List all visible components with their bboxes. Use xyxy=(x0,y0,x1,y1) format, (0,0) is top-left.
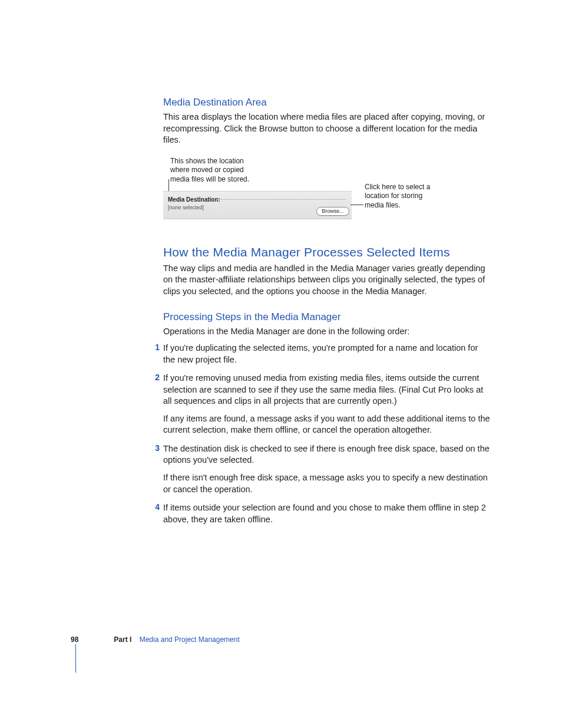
figure-media-destination: This shows the location where moved or c… xyxy=(163,157,491,222)
heading-media-destination-area: Media Destination Area xyxy=(163,97,491,108)
step-subtext: If there isn't enough free disk space, a… xyxy=(163,472,491,495)
heading-processing-steps: Processing Steps in the Media Manager xyxy=(163,311,491,323)
leader-line xyxy=(351,205,363,205)
step-number: 1 xyxy=(149,342,160,352)
step-item: 3 The destination disk is checked to see… xyxy=(163,443,491,495)
browse-button[interactable]: Browse... xyxy=(316,207,349,216)
body-media-destination-area: This area displays the location where me… xyxy=(163,111,491,146)
margin-rule xyxy=(75,644,76,673)
footer-part-label: Part I xyxy=(114,635,131,644)
page-footer: 98 Part I Media and Project Management xyxy=(71,635,483,644)
step-item: 2 If you're removing unused media from e… xyxy=(163,373,491,436)
page-number: 98 xyxy=(71,635,112,644)
media-destination-panel: Media Destination: [none selected] Brows… xyxy=(163,191,352,219)
step-item: 1 If you're duplicating the selected ite… xyxy=(163,342,491,365)
footer-part-title: Media and Project Management xyxy=(140,635,240,644)
body-how-media-manager-processes: The way clips and media are handled in t… xyxy=(163,263,491,298)
step-subtext: If any items are found, a message asks i… xyxy=(163,413,491,436)
step-text: If items outside your selection are foun… xyxy=(163,502,491,525)
step-item: 4 If items outside your selection are fo… xyxy=(163,502,491,525)
figure-caption-right: Click here to select a location for stor… xyxy=(365,183,441,210)
step-number: 4 xyxy=(149,502,160,512)
step-number: 3 xyxy=(149,443,160,453)
heading-how-media-manager-processes: How the Media Manager Processes Selected… xyxy=(163,245,491,259)
step-text: If you're duplicating the selected items… xyxy=(163,342,491,365)
media-destination-label: Media Destination: xyxy=(168,196,220,203)
step-text: If you're removing unused media from exi… xyxy=(163,373,491,407)
step-number: 2 xyxy=(149,373,160,382)
step-text: The destination disk is checked to see i… xyxy=(163,443,491,466)
panel-divider xyxy=(216,199,346,200)
media-destination-value: [none selected] xyxy=(168,205,204,210)
figure-caption-left: This shows the location where moved or c… xyxy=(170,157,262,185)
intro-processing-steps: Operations in the Media Manager are done… xyxy=(163,326,491,338)
